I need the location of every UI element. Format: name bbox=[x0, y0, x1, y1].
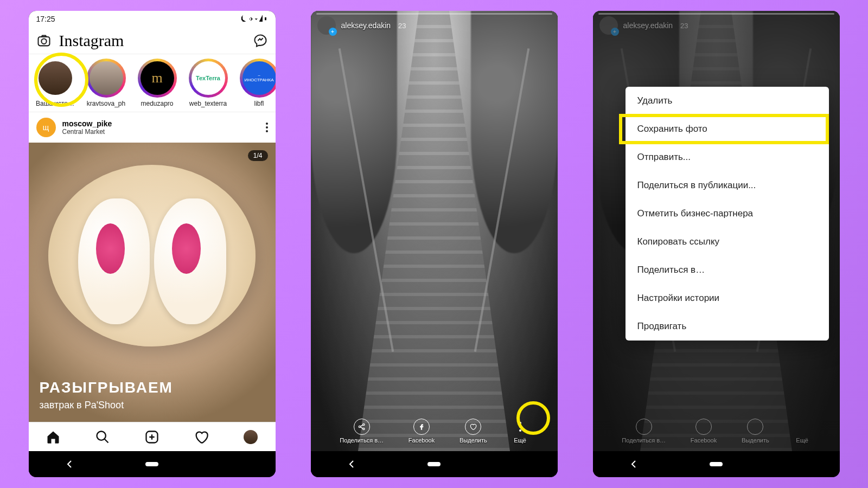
story-timeago: 23 bbox=[398, 22, 406, 30]
story-own[interactable]: Ваша исто… bbox=[34, 59, 76, 107]
facebook-icon bbox=[413, 419, 430, 435]
android-nav bbox=[311, 451, 558, 477]
carousel-pager: 1/4 bbox=[248, 150, 268, 161]
post-avatar[interactable]: щ bbox=[36, 118, 56, 137]
back-key[interactable] bbox=[63, 458, 76, 471]
app-logo: Instagram bbox=[59, 31, 124, 50]
story-actions: Поделиться в… Facebook Выделить Ещё bbox=[311, 419, 558, 444]
story-avatar: + bbox=[599, 16, 618, 35]
more-icon bbox=[512, 419, 528, 435]
nav-home-icon[interactable] bbox=[46, 429, 61, 445]
back-key[interactable] bbox=[627, 458, 640, 471]
svg-rect-0 bbox=[38, 37, 49, 46]
add-icon: + bbox=[329, 28, 337, 36]
stories-row[interactable]: Ваша исто… kravtsova_ph m meduzapro TexT… bbox=[29, 54, 276, 112]
bottom-nav bbox=[29, 422, 276, 451]
phone-story-menu: + aleksey.edakin 23 Поделиться в… Facebo… bbox=[593, 11, 840, 477]
svg-point-1 bbox=[41, 38, 46, 43]
post-username[interactable]: moscow_pike bbox=[62, 119, 112, 128]
nav-activity-icon[interactable] bbox=[194, 429, 209, 445]
action-highlight[interactable]: Выделить bbox=[459, 419, 487, 444]
status-bar: 17:25 ⏾ ◑ ▾ ◢ ▮ bbox=[29, 11, 276, 27]
story-viewer[interactable]: + aleksey.edakin 23 Поделиться в… Facebo… bbox=[311, 11, 558, 451]
nav-add-icon[interactable] bbox=[144, 429, 159, 445]
post-image[interactable]: 1/4 РАЗЫГРЫВАЕМ завтрак в Pa'Shoot bbox=[29, 143, 276, 422]
context-menu: Удалить Сохранить фото Отправить... Поде… bbox=[626, 87, 829, 341]
action-more[interactable]: Ещё bbox=[512, 419, 528, 444]
menu-item-delete[interactable]: Удалить bbox=[626, 87, 829, 115]
android-nav bbox=[593, 451, 840, 477]
nav-search-icon[interactable] bbox=[95, 429, 110, 445]
story-progress bbox=[598, 13, 834, 15]
story-viewer-dim: + aleksey.edakin 23 Поделиться в… Facebo… bbox=[593, 11, 840, 451]
post-options-icon[interactable] bbox=[266, 123, 268, 132]
menu-item-save-photo[interactable]: Сохранить фото bbox=[626, 115, 829, 143]
story-actions-dim: Поделиться в… Facebook Выделить Ещё bbox=[593, 419, 840, 444]
story-progress bbox=[316, 13, 552, 15]
camera-icon[interactable] bbox=[36, 33, 52, 48]
story-avatar[interactable]: + bbox=[317, 16, 336, 35]
story-item[interactable]: m meduzapro bbox=[136, 59, 178, 107]
post-header[interactable]: щ moscow_pike Central Market bbox=[29, 112, 276, 143]
post-caption: РАЗЫГРЫВАЕМ завтрак в Pa'Shoot bbox=[40, 379, 173, 411]
menu-item-copy-link[interactable]: Копировать ссылку bbox=[626, 228, 829, 256]
highlight-icon bbox=[465, 419, 481, 435]
action-share[interactable]: Поделиться в… bbox=[340, 419, 384, 444]
phone-story-view: + aleksey.edakin 23 Поделиться в… Facebo… bbox=[311, 11, 558, 477]
app-header: Instagram bbox=[29, 27, 276, 54]
svg-point-2 bbox=[97, 431, 106, 440]
home-key[interactable] bbox=[710, 458, 723, 471]
post-location[interactable]: Central Market bbox=[62, 128, 112, 136]
menu-item-story-settings[interactable]: Настройки истории bbox=[626, 284, 829, 312]
back-key[interactable] bbox=[345, 458, 358, 471]
menu-item-tag-partner[interactable]: Отметить бизнес-партнера bbox=[626, 200, 829, 228]
menu-item-share-post[interactable]: Поделиться в публикации... bbox=[626, 171, 829, 200]
share-icon bbox=[354, 419, 370, 435]
android-nav bbox=[29, 451, 276, 477]
nav-profile-icon[interactable] bbox=[243, 429, 258, 445]
messenger-icon[interactable] bbox=[253, 33, 268, 48]
home-key[interactable] bbox=[145, 458, 158, 471]
story-item[interactable]: TexTerra web_texterra bbox=[187, 59, 229, 107]
status-time: 17:25 bbox=[36, 15, 55, 23]
menu-item-send[interactable]: Отправить... bbox=[626, 143, 829, 171]
story-timeago: 23 bbox=[680, 22, 688, 30]
story-username: aleksey.edakin bbox=[623, 21, 673, 30]
story-username[interactable]: aleksey.edakin bbox=[341, 21, 391, 30]
home-key[interactable] bbox=[427, 458, 441, 471]
status-icons: ⏾ ◑ ▾ ◢ ▮ bbox=[241, 15, 267, 23]
phone-feed: 17:25 ⏾ ◑ ▾ ◢ ▮ Instagram Ваша исто… bbox=[29, 11, 276, 477]
story-item[interactable]: kravtsova_ph bbox=[85, 59, 127, 107]
action-facebook[interactable]: Facebook bbox=[409, 419, 435, 444]
menu-item-share-in[interactable]: Поделиться в… bbox=[626, 256, 829, 284]
story-item[interactable]: ~ ИНОСТРАНКА libfl bbox=[238, 59, 276, 107]
menu-item-promote[interactable]: Продвигать bbox=[626, 312, 829, 341]
